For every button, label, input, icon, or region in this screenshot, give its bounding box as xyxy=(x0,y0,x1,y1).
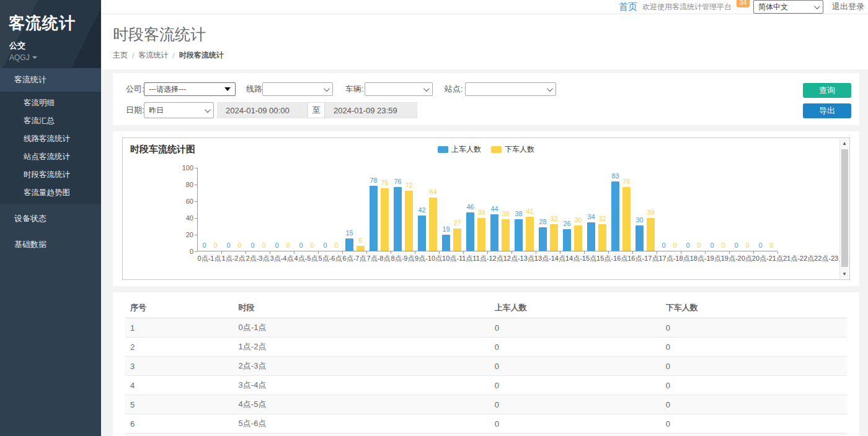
bar-下车人数[interactable] xyxy=(574,225,582,251)
table-cell: 5点-6点 xyxy=(234,414,490,434)
vehicle-select[interactable] xyxy=(365,82,433,96)
bar-上车人数[interactable] xyxy=(539,227,547,251)
legend-item-alighting[interactable]: 下车人数 xyxy=(491,144,534,155)
bar-value-label: 32 xyxy=(594,215,611,222)
sidebar-submenu-item[interactable]: 线路客流统计 xyxy=(0,130,101,148)
breadcrumb-parent[interactable]: 客流统计 xyxy=(138,50,168,61)
line-select[interactable] xyxy=(262,82,333,96)
breadcrumb-separator: / xyxy=(132,51,134,60)
bar-下车人数[interactable] xyxy=(405,191,413,251)
bar-下车人数[interactable] xyxy=(477,218,485,251)
bar-上车人数[interactable] xyxy=(611,181,619,251)
chart-scrollbar[interactable]: ▲ ▼ xyxy=(839,139,849,279)
bar-value-label: 42 xyxy=(414,206,430,214)
table-row[interactable]: 32点-3点00 xyxy=(125,357,847,376)
bar-下车人数[interactable] xyxy=(622,187,631,251)
table-cell: 0 xyxy=(661,376,847,395)
table-cell: 6 xyxy=(661,434,847,436)
sidebar-submenu-item[interactable]: 客流量趋势图 xyxy=(0,184,101,202)
table-cell: 0 xyxy=(661,414,847,434)
bar-下车人数[interactable] xyxy=(356,246,365,251)
bar-value-label: 27 xyxy=(449,219,466,227)
bar-上车人数[interactable] xyxy=(466,212,474,251)
logout-link[interactable]: 退出登录 xyxy=(832,1,864,12)
bar-上车人数[interactable] xyxy=(442,235,450,251)
table-row[interactable]: 10点-1点00 xyxy=(125,318,847,338)
date-end-input[interactable]: 2024-01-09 23:59 xyxy=(325,102,417,118)
x-axis-tick-label: 4点-5点 xyxy=(294,254,318,263)
sidebar-submenu-item[interactable]: 站点客流统计 xyxy=(0,148,101,166)
x-axis-tick-label: 11点-12点 xyxy=(472,254,503,263)
bar-上车人数[interactable] xyxy=(418,216,426,251)
sidebar-section-passenger-stats[interactable]: 客流统计 xyxy=(0,68,101,92)
table-row[interactable]: 54点-5点00 xyxy=(125,395,847,414)
table-row[interactable]: 76点-7点156 xyxy=(125,434,847,436)
bar-column: 0 xyxy=(297,167,305,251)
table-row[interactable]: 65点-6点00 xyxy=(125,414,847,434)
date-start-input[interactable]: 2024-01-09 00:00 xyxy=(217,102,308,118)
bar-下车人数[interactable] xyxy=(550,224,558,251)
bar-上车人数[interactable] xyxy=(370,186,378,251)
sidebar-submenu-item[interactable]: 客流明细 xyxy=(0,94,101,112)
filter-panel: 公司: ---请选择--- 线路: 车辆: 站点: xyxy=(113,73,859,125)
org-code-dropdown[interactable]: AQGJ xyxy=(0,51,101,62)
notification-badge[interactable]: 34 xyxy=(737,0,750,7)
bar-上车人数[interactable] xyxy=(515,219,523,251)
bar-column: 0 xyxy=(224,167,232,251)
station-select[interactable] xyxy=(465,82,556,96)
chart-category-group: 1927 xyxy=(440,168,464,251)
company-select[interactable]: ---请选择--- xyxy=(144,82,236,96)
bar-value-label: 76 xyxy=(618,178,635,185)
scrollbar-thumb[interactable] xyxy=(841,149,848,267)
date-preset-select[interactable]: 昨日 xyxy=(144,102,214,118)
logo-block: 客流统计 公交 AQGJ xyxy=(0,0,101,68)
x-axis-tick-label: 9点-10点 xyxy=(415,254,442,263)
bar-上车人数[interactable] xyxy=(563,229,571,251)
table-row[interactable]: 43点-4点00 xyxy=(125,376,847,395)
bar-column: 72 xyxy=(405,167,413,251)
table-panel: 序号时段上车人数下车人数 10点-1点0021点-2点0032点-3点0043点… xyxy=(113,292,859,436)
scrollbar-down-arrow[interactable]: ▼ xyxy=(840,269,849,279)
bar-上车人数[interactable] xyxy=(636,225,644,251)
x-axis-tick-label: 16点-17点 xyxy=(627,254,658,263)
table-row[interactable]: 21点-2点00 xyxy=(125,338,847,357)
bar-下车人数[interactable] xyxy=(598,224,606,251)
legend-label: 下车人数 xyxy=(505,144,534,155)
caret-down-icon xyxy=(32,56,37,59)
bar-value-label: 41 xyxy=(521,207,538,215)
x-axis-tick-label: 20点-21点 xyxy=(752,254,783,263)
sidebar-section-base-data[interactable]: 基础数据 xyxy=(0,233,101,256)
table-cell: 0 xyxy=(661,318,847,338)
sidebar-section-device-status[interactable]: 设备状态 xyxy=(0,207,101,230)
chart-category-group: 00 xyxy=(246,168,270,251)
bar-下车人数[interactable] xyxy=(429,198,437,251)
table-cell: 1点-2点 xyxy=(234,338,490,357)
chart-category-group: 00 xyxy=(270,168,294,251)
bar-上车人数[interactable] xyxy=(587,222,595,251)
bar-上车人数[interactable] xyxy=(394,187,402,251)
bar-下车人数[interactable] xyxy=(502,219,510,251)
table-cell: 0 xyxy=(490,357,661,376)
legend-item-boarding[interactable]: 上车人数 xyxy=(438,144,481,155)
table-cell: 3点-4点 xyxy=(234,376,490,395)
chart-category-group: 00 xyxy=(754,168,778,251)
chart-category-group: 00 xyxy=(681,168,706,251)
language-select[interactable]: 简体中文 xyxy=(753,0,823,14)
chart-category-group: 156 xyxy=(343,168,367,251)
bar-上车人数[interactable] xyxy=(490,214,498,251)
scrollbar-up-arrow[interactable]: ▲ xyxy=(840,139,849,148)
bar-下车人数[interactable] xyxy=(647,218,655,251)
bar-下车人数[interactable] xyxy=(453,229,461,251)
bar-下车人数[interactable] xyxy=(526,217,534,251)
query-button[interactable]: 查询 xyxy=(803,83,851,98)
breadcrumb-home[interactable]: 主页 xyxy=(113,50,128,61)
export-button[interactable]: 导出 xyxy=(803,103,851,118)
home-link[interactable]: 首页 xyxy=(619,1,637,13)
bar-column: 0 xyxy=(284,167,292,251)
x-axis-tick-label: 0点-1点 xyxy=(197,254,221,263)
bar-column: 41 xyxy=(526,167,534,251)
sidebar-submenu-item[interactable]: 客流汇总 xyxy=(0,112,101,130)
sidebar-submenu-item[interactable]: 时段客流统计 xyxy=(0,166,101,184)
bar-下车人数[interactable] xyxy=(381,188,389,251)
bar-column: 0 xyxy=(743,167,751,251)
